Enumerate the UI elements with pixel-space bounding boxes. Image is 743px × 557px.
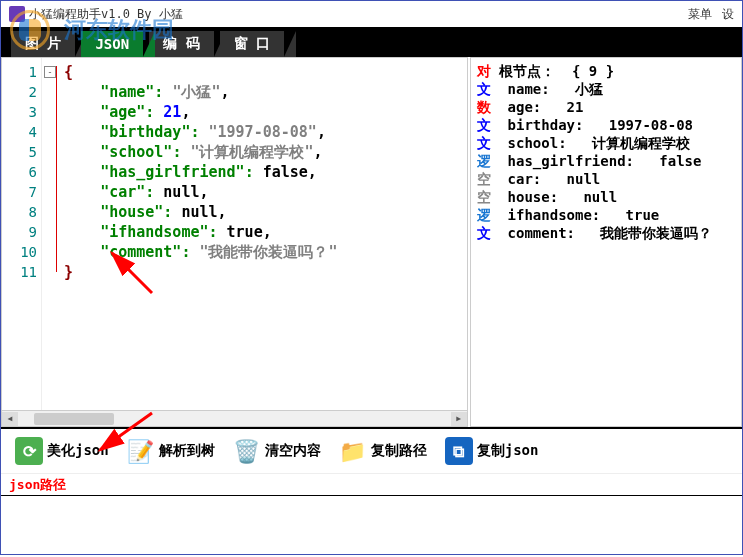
folder-icon: 📁 [339, 437, 367, 465]
tab-image[interactable]: 图 片 [11, 31, 75, 57]
tree-row[interactable]: 空 house: null [477, 188, 735, 206]
json-path-label: json路径 [9, 477, 66, 492]
tree-row[interactable]: 文 name: 小猛 [477, 80, 735, 98]
fold-toggle-icon[interactable]: - [44, 66, 56, 78]
trash-icon: 🗑️ [233, 437, 261, 465]
annotation-arrow-2 [92, 408, 162, 458]
code-editor-pane: 1234567891011 - { "name": "小猛", "age": 2… [1, 57, 468, 427]
tree-row[interactable]: 逻 has_girlfriend: false [477, 152, 735, 170]
code-editor[interactable]: 1234567891011 - { "name": "小猛", "age": 2… [2, 58, 467, 410]
horizontal-scrollbar[interactable]: ◀ ▶ [2, 410, 467, 426]
statusbar [1, 495, 742, 535]
menu-settings[interactable]: 设 [722, 6, 734, 23]
app-icon [9, 6, 25, 22]
tabbar: 图 片 JSON 编 码 窗 口 [1, 27, 742, 57]
tree-row[interactable]: 对 根节点： { 9 } [477, 62, 735, 80]
scroll-left-icon[interactable]: ◀ [2, 412, 18, 426]
titlebar: 小猛编程助手v1.0 By 小猛 菜单 设 [1, 1, 742, 27]
annotation-arrow-1 [102, 248, 162, 298]
menu-main[interactable]: 菜单 [688, 6, 712, 23]
svg-line-0 [112, 253, 152, 293]
fold-guide-line [56, 66, 57, 272]
clear-button[interactable]: 🗑️ 清空内容 [227, 435, 327, 467]
copy-json-button[interactable]: ⧉ 复制json [439, 435, 545, 467]
json-path-bar: json路径 [1, 473, 742, 495]
tree-row[interactable]: 数 age: 21 [477, 98, 735, 116]
tree-row[interactable]: 逻 ifhandsome: true [477, 206, 735, 224]
tree-row[interactable]: 文 comment: 我能带你装逼吗？ [477, 224, 735, 242]
copy-icon: ⧉ [445, 437, 473, 465]
refresh-icon: ⟳ [15, 437, 43, 465]
copy-path-button[interactable]: 📁 复制路径 [333, 435, 433, 467]
tab-window[interactable]: 窗 口 [220, 31, 284, 57]
tree-row[interactable]: 文 birthday: 1997-08-08 [477, 116, 735, 134]
window-title: 小猛编程助手v1.0 By 小猛 [29, 6, 678, 23]
code-content[interactable]: { "name": "小猛", "age": 21, "birthday": "… [58, 58, 467, 410]
line-gutter: 1234567891011 [2, 58, 42, 410]
scroll-right-icon[interactable]: ▶ [451, 412, 467, 426]
tree-row[interactable]: 空 car: null [477, 170, 735, 188]
tree-view-pane: 对 根节点： { 9 }文 name: 小猛数 age: 21文 birthda… [470, 57, 742, 427]
tab-json[interactable]: JSON [81, 31, 143, 57]
tab-encode[interactable]: 编 码 [149, 31, 213, 57]
svg-line-1 [100, 413, 152, 450]
tree-row[interactable]: 文 school: 计算机编程学校 [477, 134, 735, 152]
